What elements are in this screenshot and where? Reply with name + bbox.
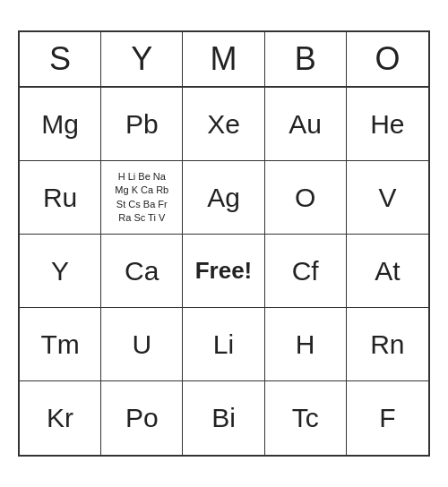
- grid-cell: Ca: [101, 235, 183, 308]
- grid-cell: At: [347, 235, 428, 308]
- grid-cell: Tm: [20, 308, 101, 381]
- header-cell: O: [347, 32, 428, 86]
- grid-cell: H: [265, 308, 347, 381]
- header-cell: Y: [101, 32, 183, 86]
- grid-cell: He: [347, 88, 428, 161]
- bingo-grid: MgPbXeAuHeRuH Li Be Na Mg K Ca Rb St Cs …: [20, 88, 428, 455]
- grid-cell: Tc: [265, 381, 347, 455]
- grid-cell: Mg: [20, 88, 101, 161]
- header-cell: B: [265, 32, 347, 86]
- grid-cell: V: [347, 161, 428, 235]
- grid-cell: Cf: [265, 235, 347, 308]
- bingo-card: SYMBO MgPbXeAuHeRuH Li Be Na Mg K Ca Rb …: [18, 30, 430, 457]
- grid-cell: H Li Be Na Mg K Ca Rb St Cs Ba Fr Ra Sc …: [101, 161, 183, 235]
- grid-cell: O: [265, 161, 347, 235]
- grid-cell: Au: [265, 88, 347, 161]
- grid-cell: Bi: [183, 381, 264, 455]
- grid-cell: F: [347, 381, 428, 455]
- bingo-header: SYMBO: [20, 32, 428, 88]
- grid-cell: Y: [20, 235, 101, 308]
- grid-cell: Ag: [183, 161, 264, 235]
- header-cell: S: [20, 32, 101, 86]
- grid-cell: Xe: [183, 88, 264, 161]
- grid-cell: Po: [101, 381, 183, 455]
- grid-cell: Rn: [347, 308, 428, 381]
- grid-cell: Pb: [101, 88, 183, 161]
- grid-cell: Kr: [20, 381, 101, 455]
- grid-cell: Li: [183, 308, 264, 381]
- grid-cell: Free!: [183, 235, 264, 308]
- grid-cell: Ru: [20, 161, 101, 235]
- header-cell: M: [183, 32, 264, 86]
- grid-cell: U: [101, 308, 183, 381]
